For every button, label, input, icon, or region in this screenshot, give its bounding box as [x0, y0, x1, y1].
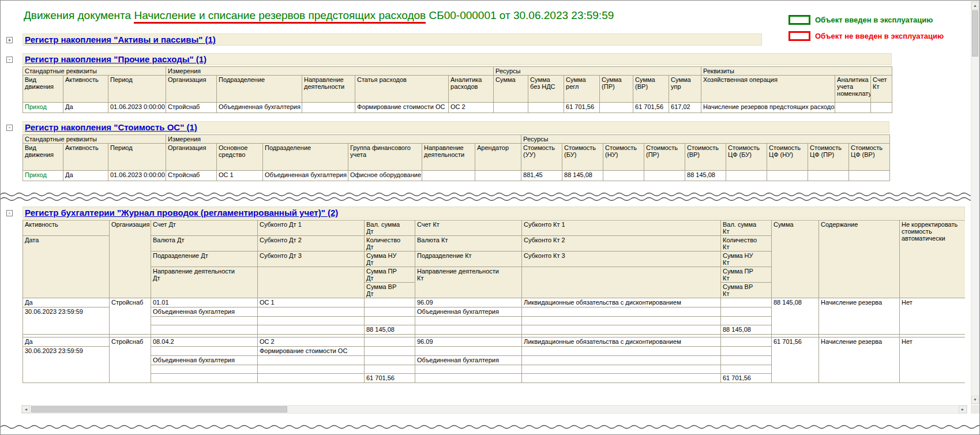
collapse-icon[interactable]: - [6, 125, 13, 131]
grid-cell[interactable]: Стройснаб [166, 171, 217, 181]
grid-cell[interactable] [721, 337, 772, 347]
grid-cell[interactable]: 30.06.2023 23:59:59 [23, 347, 110, 383]
grid-cell[interactable] [151, 365, 258, 374]
grid-cell[interactable] [151, 317, 258, 325]
scroll-left-button[interactable]: ◄ [22, 406, 30, 413]
grid-cell[interactable] [151, 347, 258, 356]
grid-cell[interactable] [494, 103, 528, 113]
grid-cell[interactable] [151, 374, 258, 383]
grid-cell[interactable] [258, 365, 365, 374]
grid-cell[interactable]: Объединенная бухгалтерия [263, 171, 348, 181]
grid-cell[interactable]: Объединенная бухгалтерия [415, 308, 522, 317]
scroll-up-button[interactable]: ▲ [971, 2, 979, 10]
grid-cell[interactable]: Ликвидационные обязательства с дисконтир… [522, 337, 721, 347]
grid-cell[interactable]: 881,45 [521, 171, 562, 181]
grid-cell[interactable]: 61 701,56 [564, 103, 600, 113]
grid-cell[interactable]: 617,02 [669, 103, 701, 113]
grid-cell[interactable] [721, 298, 772, 308]
grid-cell[interactable] [835, 103, 871, 113]
grid-cell[interactable] [522, 347, 721, 356]
grid-cell[interactable]: Стройснаб [110, 298, 151, 335]
collapse-icon[interactable]: - [6, 57, 13, 63]
grid-cell[interactable] [258, 374, 365, 383]
grid-cell[interactable]: 61 701,56 [721, 374, 772, 383]
grid-cell[interactable] [415, 347, 522, 356]
grid-cell[interactable]: Объединенная бухгалтерия [217, 103, 302, 113]
grid-cell[interactable]: Объединенная бухгалтерия [151, 356, 258, 365]
grid-cell[interactable] [721, 317, 772, 325]
grid-cell[interactable]: Стройснаб [110, 337, 151, 383]
grid-cell[interactable] [365, 365, 415, 374]
horizontal-scrollbar[interactable]: ◄ ► [21, 405, 967, 414]
grid-cell[interactable]: Стройснаб [166, 103, 217, 113]
grid-cell[interactable] [522, 374, 721, 383]
vertical-scrollbar-thumb[interactable] [972, 10, 978, 57]
grid-cell[interactable]: Приход [23, 103, 63, 113]
grid-cell[interactable]: Офисное оборудование [348, 171, 422, 181]
grid-cell[interactable] [365, 347, 415, 356]
grid-cell[interactable] [365, 356, 415, 365]
grid-cell[interactable] [721, 356, 772, 365]
grid-cell[interactable]: 88 145,08 [685, 171, 726, 181]
section-title-asset-cost[interactable]: Регистр накопления "Стоимость ОС" (1) [25, 122, 197, 132]
grid-cell[interactable] [415, 317, 522, 325]
grid-cell[interactable]: 01.01 [151, 298, 258, 308]
grid-cell[interactable]: Да [63, 171, 108, 181]
grid-cell[interactable] [721, 347, 772, 356]
grid-cell[interactable] [600, 103, 633, 113]
grid-cell[interactable]: ОС 2 [258, 337, 365, 347]
grid-cell[interactable] [475, 171, 521, 181]
grid-cell[interactable] [365, 298, 415, 308]
grid-cell[interactable]: 08.04.2 [151, 337, 258, 347]
grid-cell[interactable] [849, 171, 890, 181]
grid-cell[interactable] [721, 308, 772, 317]
grid-cell[interactable]: Приход [23, 171, 63, 181]
grid-cell[interactable] [522, 356, 721, 365]
grid-cell[interactable]: 96.09 [415, 298, 522, 308]
grid-cell[interactable]: ОС 1 [258, 298, 365, 308]
grid-cell[interactable] [767, 171, 808, 181]
grid-cell[interactable] [258, 308, 365, 317]
grid-cell[interactable] [644, 171, 685, 181]
scroll-right-button[interactable]: ► [959, 406, 967, 413]
grid-cell[interactable]: 88 145,08 [772, 298, 819, 335]
grid-cell[interactable] [258, 325, 365, 335]
section-title-assets-liabilities[interactable]: Регистр накопления "Активы и пассивы" (1… [25, 35, 216, 44]
vertical-scrollbar[interactable]: ▲ ▼ [971, 1, 979, 404]
scroll-down-button[interactable]: ▼ [971, 396, 979, 404]
grid-cell[interactable] [302, 103, 355, 113]
section-title-other-expenses[interactable]: Регистр накопления "Прочие расходы" (1) [25, 54, 206, 64]
grid-cell[interactable]: 01.06.2023 0:00:00 [108, 171, 166, 181]
grid-cell[interactable]: 01.06.2023 0:00:00 [108, 103, 166, 113]
grid-cell[interactable] [726, 171, 767, 181]
grid-cell[interactable]: 88 145,08 [365, 325, 415, 335]
grid-cell[interactable]: 30.06.2023 23:59:59 [23, 308, 110, 335]
grid-cell[interactable]: ОС 2 [449, 103, 494, 113]
horizontal-scrollbar-thumb[interactable] [31, 406, 287, 412]
grid-cell[interactable]: Объединенная бухгалтерия [151, 308, 258, 317]
collapse-icon[interactable]: - [6, 210, 13, 216]
grid-cell[interactable] [415, 365, 522, 374]
grid-cell[interactable] [528, 103, 564, 113]
grid-cell[interactable] [871, 103, 892, 113]
grid-cell[interactable]: Да [63, 103, 108, 113]
grid-cell[interactable]: Да [23, 298, 110, 308]
section-title-journal-entries[interactable]: Регистр бухгалтерии "Журнал проводок (ре… [25, 208, 338, 217]
grid-cell[interactable]: Формирование стоимости ОС [355, 103, 449, 113]
grid-cell[interactable]: Начисление резерва [819, 298, 900, 335]
expand-icon[interactable]: + [6, 37, 13, 43]
grid-cell[interactable] [522, 365, 721, 374]
grid-cell[interactable] [422, 171, 475, 181]
grid-cell[interactable]: 96.09 [415, 337, 522, 347]
grid-cell[interactable] [522, 325, 721, 335]
grid-cell[interactable]: Ликвидационные обязательства с дисконтир… [522, 298, 721, 308]
grid-cell[interactable]: 61 701,56 [772, 337, 819, 383]
grid-cell[interactable]: 88 145,08 [721, 325, 772, 335]
grid-cell[interactable]: Объединенная бухгалтерия [415, 356, 522, 365]
grid-cell[interactable] [721, 365, 772, 374]
grid-cell[interactable]: 88 145,08 [562, 171, 603, 181]
grid-cell[interactable]: Нет [900, 298, 966, 335]
grid-cell[interactable]: 61 701,56 [633, 103, 669, 113]
grid-cell[interactable] [258, 317, 365, 325]
grid-cell[interactable] [415, 374, 522, 383]
